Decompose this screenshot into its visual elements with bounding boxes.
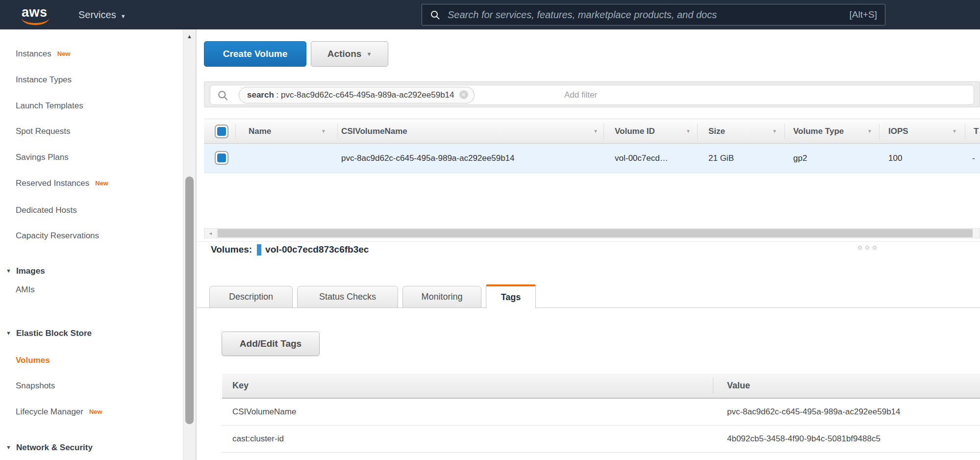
selection-marker xyxy=(257,244,261,256)
tab-label: Monitoring xyxy=(421,292,462,302)
remove-filter-icon[interactable]: × xyxy=(459,90,468,99)
volume-row[interactable]: pvc-8ac9d62c-c645-495a-989a-ac292ee59b14… xyxy=(204,144,980,173)
sidebar-item-spot-requests[interactable]: Spot Requests xyxy=(16,127,71,138)
sidebar-item-reserved-instances[interactable]: Reserved InstancesNew xyxy=(16,179,108,190)
sort-icon[interactable]: ▼ xyxy=(593,119,598,143)
sidebar: InstancesNew Instance Types Launch Templ… xyxy=(0,29,183,460)
sidebar-item-instances[interactable]: InstancesNew xyxy=(16,49,71,61)
cell-volume-id: vol-00c7ecd… xyxy=(615,144,668,173)
tab-label: Status Checks xyxy=(319,292,376,302)
sort-icon[interactable]: ▼ xyxy=(321,119,326,143)
panel-divider xyxy=(197,241,980,242)
tags-column-key: Key xyxy=(232,374,249,398)
add-edit-tags-label: Add/Edit Tags xyxy=(240,338,302,349)
triangle-left-icon: ◂ xyxy=(209,230,212,236)
search-shortcut: [Alt+S] xyxy=(850,4,878,25)
tag-row[interactable]: cast:cluster-id 4b092cb5-3458-4f90-9b4c-… xyxy=(222,426,980,453)
sidebar-item-capacity-reservations[interactable]: Capacity Reservations xyxy=(16,231,99,243)
aws-logo[interactable]: aws xyxy=(22,5,52,26)
detail-tabs: Description Status Checks Monitoring Tag… xyxy=(197,284,980,308)
create-volume-button[interactable]: Create Volume xyxy=(204,41,306,67)
select-all-checkbox[interactable] xyxy=(215,125,228,138)
column-divider xyxy=(965,124,965,139)
caret-down-icon: ▼ xyxy=(6,444,16,450)
sidebar-item-volumes[interactable]: Volumes xyxy=(16,356,50,367)
horizontal-scrollbar[interactable]: ◂ xyxy=(204,228,980,238)
tab-label: Tags xyxy=(501,292,521,303)
tags-column-value: Value xyxy=(727,374,750,398)
horizontal-scrollbar-thumb[interactable] xyxy=(218,229,973,237)
column-header-iops[interactable]: IOPS xyxy=(888,119,908,143)
caret-down-icon: ▼ xyxy=(6,268,16,274)
nav-search-input[interactable] xyxy=(448,4,761,25)
sidebar-item-label: Dedicated Hosts xyxy=(16,205,77,215)
sidebar-section-images[interactable]: ▼Images xyxy=(6,266,45,278)
sidebar-item-amis[interactable]: AMIs xyxy=(16,285,35,297)
column-header-volume-type[interactable]: Volume Type xyxy=(793,119,844,143)
scroll-up-icon[interactable]: ▲ xyxy=(183,33,196,39)
column-header-size[interactable]: Size xyxy=(708,119,725,143)
tab-tags[interactable]: Tags xyxy=(486,284,536,308)
column-header-name[interactable]: Name xyxy=(249,119,271,143)
services-menu[interactable]: Services▼ xyxy=(78,0,126,29)
filter-tag[interactable]: search : pvc-8ac9d62c-c645-495a-989a-ac2… xyxy=(239,87,475,103)
panel-resize-handle[interactable] xyxy=(858,243,880,252)
sidebar-scrollbar-thumb[interactable] xyxy=(185,177,194,424)
detail-volume-id: vol-00c7ecd873c6fb3ec xyxy=(265,244,369,255)
row-checkbox[interactable] xyxy=(215,151,228,165)
tab-monitoring[interactable]: Monitoring xyxy=(402,286,481,308)
sort-icon[interactable]: ▼ xyxy=(772,119,777,143)
column-header-volume-id[interactable]: Volume ID xyxy=(615,119,655,143)
sidebar-item-lifecycle-manager[interactable]: Lifecycle ManagerNew xyxy=(16,407,102,419)
tag-row[interactable]: CSIVolumeName pvc-8ac9d62c-c645-495a-989… xyxy=(222,399,980,426)
sidebar-item-savings-plans[interactable]: Savings Plans xyxy=(16,153,69,164)
aws-smile-icon xyxy=(22,18,49,25)
column-header-csivolumename[interactable]: CSIVolumeName xyxy=(341,119,407,143)
sidebar-item-snapshots[interactable]: Snapshots xyxy=(16,381,55,393)
tag-key: cast:cluster-id xyxy=(232,426,284,452)
scroll-left-button[interactable]: ◂ xyxy=(204,229,217,238)
sidebar-item-label: Launch Templates xyxy=(16,101,83,110)
sidebar-item-label: AMIs xyxy=(16,285,35,294)
sidebar-item-label: Volumes xyxy=(16,356,50,365)
sidebar-item-launch-templates[interactable]: Launch Templates xyxy=(16,101,83,113)
sidebar-main-divider xyxy=(196,29,197,460)
tab-status-checks[interactable]: Status Checks xyxy=(297,286,398,308)
chevron-down-icon: ▼ xyxy=(121,13,126,19)
column-divider xyxy=(713,378,713,394)
actions-button[interactable]: Actions ▼ xyxy=(311,41,388,67)
top-nav: aws Services▼ [Alt+S] xyxy=(0,0,980,29)
sidebar-section-network-security[interactable]: ▼Network & Security xyxy=(6,443,93,455)
column-divider xyxy=(337,124,338,139)
sidebar-item-instance-types[interactable]: Instance Types xyxy=(16,75,72,87)
sort-icon[interactable]: ▼ xyxy=(952,119,957,143)
filter-tag-key: search xyxy=(247,90,274,100)
detail-panel-title: Volumes: vol-00c7ecd873c6fb3ec xyxy=(211,244,369,256)
sidebar-section-label: Images xyxy=(16,266,45,276)
grip-dot xyxy=(858,246,862,250)
tab-description[interactable]: Description xyxy=(209,286,293,308)
search-icon xyxy=(217,90,229,102)
sidebar-scrollbar[interactable]: ▲ xyxy=(183,29,196,460)
column-header-throughput[interactable]: T xyxy=(974,119,979,143)
sidebar-section-label: Network & Security xyxy=(16,443,93,452)
sidebar-item-label: Snapshots xyxy=(16,381,55,390)
grip-dot xyxy=(865,246,869,250)
sidebar-section-elastic-block-store[interactable]: ▼Elastic Block Store xyxy=(6,329,92,340)
add-filter-button[interactable]: Add filter xyxy=(564,85,597,104)
column-divider xyxy=(784,124,785,139)
sort-icon[interactable]: ▼ xyxy=(867,119,872,143)
sidebar-item-label: Capacity Reservations xyxy=(16,231,99,240)
sidebar-item-label: Lifecycle Manager xyxy=(16,407,83,416)
add-edit-tags-button[interactable]: Add/Edit Tags xyxy=(222,332,320,356)
sidebar-item-dedicated-hosts[interactable]: Dedicated Hosts xyxy=(16,205,77,217)
filter-input[interactable]: search : pvc-8ac9d62c-c645-495a-989a-ac2… xyxy=(210,85,974,105)
filter-bar: search : pvc-8ac9d62c-c645-495a-989a-ac2… xyxy=(204,81,980,107)
column-divider xyxy=(603,124,604,139)
sidebar-item-label: Instances xyxy=(16,49,51,58)
detail-title-prefix: Volumes: xyxy=(211,244,252,255)
chevron-down-icon: ▼ xyxy=(366,51,372,57)
sort-icon[interactable]: ▼ xyxy=(686,119,691,143)
search-icon xyxy=(430,10,441,21)
nav-search[interactable]: [Alt+S] xyxy=(422,4,885,26)
